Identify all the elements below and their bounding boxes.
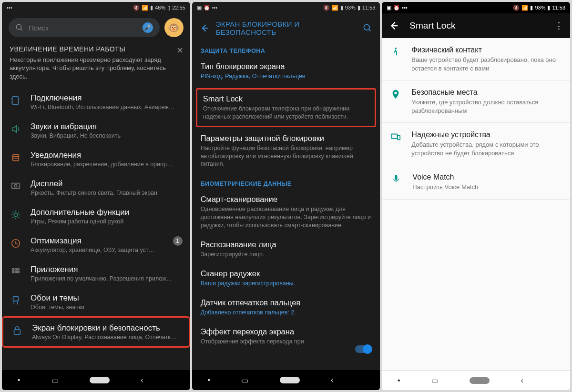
wifi-icon: 📶 xyxy=(332,5,338,11)
settings-item-advanced[interactable]: Дополнительные функции Игры, Режим работ… xyxy=(2,202,190,231)
security-item[interactable]: Сканер радужек Ваши радужки зарегистриро… xyxy=(192,264,380,293)
dot-icon: • xyxy=(398,376,400,385)
search-icon[interactable] xyxy=(363,23,372,33)
alarm-icon: ⏰ xyxy=(393,5,400,11)
item-title: Voice Match xyxy=(412,173,478,181)
battery-icon: ▮ xyxy=(547,5,550,11)
smartlock-item-mic[interactable]: Voice Match Настроить Voice Match xyxy=(382,165,570,200)
clock: 11:53 xyxy=(552,5,565,10)
place-icon xyxy=(390,89,401,100)
battery-tip[interactable]: УВЕЛИЧЕНИЕ ВРЕМЕНИ РАБОТЫ Некоторые прил… xyxy=(2,40,190,88)
tip-title: УВЕЛИЧЕНИЕ ВРЕМЕНИ РАБОТЫ xyxy=(10,45,183,54)
item-subtitle: Добавьте устройства, рядом с которыми эт… xyxy=(411,141,562,157)
recents-button[interactable]: ▭ xyxy=(241,376,248,385)
signal-icon: ▮ xyxy=(530,5,533,11)
security-item[interactable]: Смарт-сканирование Одновременное распозн… xyxy=(192,190,380,235)
item-subtitle: Обои, темы, значки xyxy=(31,304,183,311)
settings-item-connections[interactable]: Подключения Wi-Fi, Bluetooth, Использова… xyxy=(2,88,190,116)
item-title: Приложения xyxy=(31,265,183,274)
battery-percent: 46% xyxy=(155,5,165,10)
screenshot-icon: ▣ xyxy=(387,5,391,11)
settings-item-themes[interactable]: Обои и темы Обои, темы, значки xyxy=(2,288,190,316)
svg-line-19 xyxy=(369,30,371,31)
item-subtitle: Отображение эффекта перехода при xyxy=(201,338,372,346)
signal-icon: ▮ xyxy=(340,5,343,11)
settings-item-optimization[interactable]: Оптимизация Аккумулятор, хранилище, ОЗУ,… xyxy=(2,231,190,259)
svg-rect-17 xyxy=(14,330,20,334)
item-subtitle: Укажите, где устройство должно оставатьс… xyxy=(411,98,562,115)
security-item[interactable]: Параметры защитной блокировки Настройте … xyxy=(192,129,380,174)
svg-rect-21 xyxy=(391,134,398,139)
back-button[interactable]: ‹ xyxy=(521,376,523,385)
optimization-icon xyxy=(10,237,22,250)
item-title: Распознавание лица xyxy=(201,240,372,249)
security-item[interactable]: Датчик отпечатков пальцев Добавлено отпе… xyxy=(192,293,380,322)
wifi-icon: 📶 xyxy=(142,5,148,11)
smartlock-item-devices[interactable]: Надежные устройства Добавьте устройства,… xyxy=(382,123,570,165)
battery-percent: 93% xyxy=(345,5,356,10)
item-title: Физический контакт xyxy=(411,46,562,54)
home-button[interactable] xyxy=(470,377,490,384)
search-icon xyxy=(15,23,24,32)
item-title: Надежные устройства xyxy=(411,131,562,139)
toggle-switch[interactable] xyxy=(355,345,371,353)
search-field[interactable]: 🎤 xyxy=(9,18,160,37)
smartlock-item-walk[interactable]: Физический контакт Ваше устройство будет… xyxy=(382,38,570,80)
settings-item-apps[interactable]: Приложения Приложения по умолчанию, Разр… xyxy=(2,259,190,288)
home-button[interactable] xyxy=(90,377,110,383)
svg-point-12 xyxy=(18,268,20,270)
battery-icon: ▯ xyxy=(167,5,170,11)
item-title: Дополнительные функции xyxy=(31,208,183,217)
search-input[interactable] xyxy=(29,24,138,32)
item-title: Обои и темы xyxy=(31,293,183,303)
recents-button[interactable]: ▭ xyxy=(431,376,439,385)
badge: 1 xyxy=(173,236,183,246)
walk-icon xyxy=(390,47,401,57)
back-icon[interactable] xyxy=(200,23,209,33)
back-button[interactable]: ‹ xyxy=(331,376,333,384)
svg-rect-3 xyxy=(13,154,19,161)
settings-item-lock[interactable]: Экран блокировки и безопасность Always O… xyxy=(2,316,190,348)
settings-item-display[interactable]: Дисплей Яркость, Фильтр синего света, Гл… xyxy=(2,173,190,202)
security-item[interactable]: Smart Lock Отключение блокировки телефон… xyxy=(196,88,377,127)
settings-item-sound[interactable]: Звуки и вибрация Звуки, Вибрация, Не бес… xyxy=(2,116,190,145)
svg-line-1 xyxy=(20,29,22,30)
item-subtitle: Игры, Режим работы одной рукой xyxy=(31,218,183,225)
item-subtitle: Аккумулятор, хранилище, ОЗУ, защита уст… xyxy=(31,247,164,253)
security-item[interactable]: Тип блокировки экрана PIN-код, Радужка, … xyxy=(192,57,380,86)
item-subtitle: Яркость, Фильтр синего света, Главный эк… xyxy=(31,190,183,196)
security-item[interactable]: Эффект перехода экрана Отображение эффек… xyxy=(192,322,380,352)
back-button[interactable]: ‹ xyxy=(141,376,143,384)
avatar[interactable]: 🐵 xyxy=(164,18,184,37)
mic-icon[interactable]: 🎤 xyxy=(143,22,153,33)
home-button[interactable] xyxy=(280,377,300,383)
battery-icon: ▮ xyxy=(358,5,360,11)
navbar: • ▭ ‹ xyxy=(2,370,190,390)
appbar: Smart Lock ⋮ xyxy=(382,13,570,38)
overflow-icon[interactable]: ⋮ xyxy=(554,20,563,31)
close-icon[interactable]: ✕ xyxy=(176,45,184,56)
mute-icon: 🔇 xyxy=(133,5,140,11)
more-icon: ••• xyxy=(212,5,218,10)
connections-icon xyxy=(10,94,22,107)
item-subtitle: Приложения по умолчанию, Разрешения прил… xyxy=(31,275,183,282)
back-icon[interactable] xyxy=(388,20,399,31)
recents-button[interactable]: ▭ xyxy=(51,376,59,385)
security-item[interactable]: Распознавание лица Зарегистрируйте лицо. xyxy=(192,235,380,264)
svg-rect-16 xyxy=(13,296,19,301)
signal-icon: ▮ xyxy=(150,5,153,11)
item-title: Уведомления xyxy=(31,151,183,160)
lock-icon xyxy=(11,324,23,337)
dot-icon: • xyxy=(207,376,210,384)
svg-rect-2 xyxy=(12,96,19,104)
svg-point-14 xyxy=(15,271,17,273)
settings-item-notifications[interactable]: Уведомления Блокирование, разрешение, до… xyxy=(2,145,190,173)
item-subtitle: Добавлено отпечатков пальцев: 2. xyxy=(201,309,372,317)
item-title: Сканер радужек xyxy=(201,269,372,278)
smartlock-item-place[interactable]: Безопасные места Укажите, где устройство… xyxy=(382,80,570,123)
more-icon: ••• xyxy=(402,5,408,10)
svg-point-10 xyxy=(12,268,14,270)
battery-percent: 93% xyxy=(535,5,545,10)
screen-settings: ••• 🔇 📶 ▮ 46% ▯ 22:55 🎤 🐵 УВЕЛИЧЕНИЕ ВРЕ… xyxy=(2,2,190,390)
item-title: Безопасные места xyxy=(411,88,562,97)
